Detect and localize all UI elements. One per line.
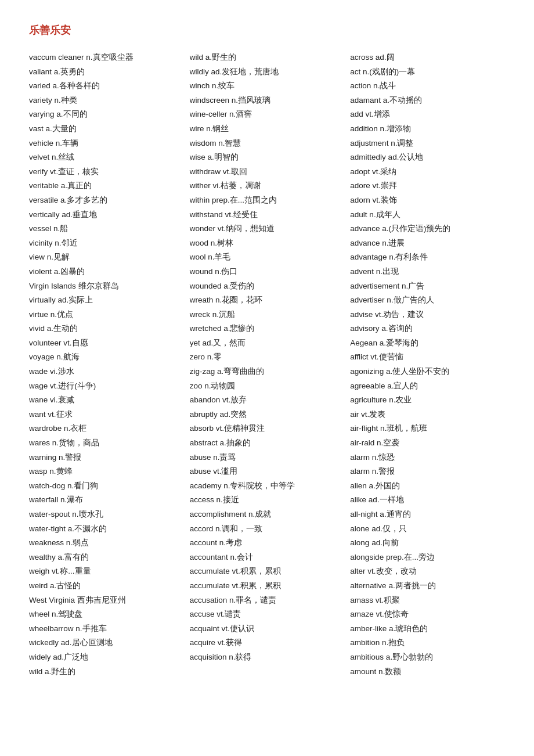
word-entry: wounded a.受伤的 (190, 280, 345, 293)
word-entry: act n.(戏剧的)一幕 (350, 66, 505, 78)
word-entry: alternative a.两者挑一的 (350, 579, 505, 592)
word-entry: adamant a.不动摇的 (350, 94, 505, 107)
word-entry: acquaint vt.使认识 (190, 622, 345, 635)
word-entry: warning n.警报 (29, 451, 184, 464)
column-1: vaccum cleaner n.真空吸尘器valiant a.英勇的varie… (29, 51, 190, 679)
word-entry: academy n.专科院校，中等学 (190, 480, 345, 492)
word-entry: ambition n.抱负 (350, 636, 505, 649)
word-entry: across ad.阔 (350, 51, 505, 64)
word-entry: Aegean a.爱琴海的 (350, 337, 505, 350)
word-entry: air-raid n.空袭 (350, 437, 505, 449)
word-entry: add vt.增添 (350, 108, 505, 121)
word-entry: advance n.进展 (350, 237, 505, 250)
word-entry: volunteer vt.自愿 (29, 337, 184, 350)
word-entry: zero n.零 (190, 351, 345, 363)
word-entry: versatile a.多才多艺的 (29, 194, 184, 207)
word-entry: vaccum cleaner n.真空吸尘器 (29, 51, 184, 64)
word-entry: wreath n.花圈，花环 (190, 294, 345, 307)
word-entry: varied a.各种各样的 (29, 80, 184, 92)
word-entry: account n.考虑 (190, 537, 345, 549)
word-entry: wickedly ad.居心叵测地 (29, 636, 184, 649)
word-entry: advertisement n.广告 (350, 280, 505, 293)
word-entry: wares n.货物，商品 (29, 437, 184, 449)
word-entry: wood n.树林 (190, 237, 345, 250)
word-entry: alike ad.一样地 (350, 494, 505, 506)
word-entry: accumulate vt.积累，累积 (190, 565, 345, 578)
word-entry: alone ad.仅，只 (350, 523, 505, 535)
word-entry: Virgin Islands 维尔京群岛 (29, 280, 184, 293)
word-entry: agriculture n.农业 (350, 394, 505, 406)
word-entry: vessel n.船 (29, 222, 184, 235)
word-entry: accord n.调和，一致 (190, 523, 345, 535)
word-entry: abruptly ad.突然 (190, 408, 345, 421)
word-entry: advance a.(只作定语)预先的 (350, 222, 505, 235)
word-entry: wheelbarrow n.手推车 (29, 622, 184, 635)
word-entry: agreeable a.宜人的 (350, 380, 505, 393)
word-entry: valiant a.英勇的 (29, 66, 184, 78)
word-entry: advantage n.有利条件 (350, 251, 505, 264)
word-entry: wretched a.悲惨的 (190, 322, 345, 335)
word-entry: wardrobe n.衣柜 (29, 422, 184, 435)
word-entry: voyage n.航海 (29, 351, 184, 363)
word-entry: amber-like a.琥珀色的 (350, 622, 505, 635)
word-entry: virtually ad.实际上 (29, 294, 184, 307)
word-entry: adult n.成年人 (350, 208, 505, 221)
word-entry: vehicle n.车辆 (29, 137, 184, 150)
word-entry: vicinity n.邻近 (29, 237, 184, 250)
word-entry: abstract a.抽象的 (190, 437, 345, 449)
word-entry: access n.接近 (190, 494, 345, 506)
word-entry: amass vt.积聚 (350, 594, 505, 607)
word-entry: weird a.古怪的 (29, 579, 184, 592)
word-entry: admittedly ad.公认地 (350, 151, 505, 164)
word-entry: advisory a.咨询的 (350, 322, 505, 335)
word-entry: acquisition n.获得 (190, 651, 345, 664)
word-entry: wisdom n.智慧 (190, 137, 345, 150)
word-entry: air vt.发表 (350, 408, 505, 421)
word-entry: amount n.数额 (350, 665, 505, 678)
word-entry: adore vt.崇拜 (350, 179, 505, 192)
word-entry: all-night a.通宵的 (350, 508, 505, 521)
page-title: 乐善乐安 (29, 23, 505, 37)
word-entry: winch n.绞车 (190, 80, 345, 92)
word-entry: veritable a.真正的 (29, 179, 184, 192)
word-entry: agonizing a.使人坐卧不安的 (350, 365, 505, 378)
word-entry: wire n.钢丝 (190, 123, 345, 135)
word-entry: variety n.种类 (29, 94, 184, 107)
word-entry: widely ad.广泛地 (29, 651, 184, 664)
word-entry: withstand vt.经受住 (190, 208, 345, 221)
word-entry: within prep.在...范围之内 (190, 194, 345, 207)
word-entry: adorn vt.装饰 (350, 194, 505, 207)
word-entry: acquire vt.获得 (190, 636, 345, 649)
word-entry: wool n.羊毛 (190, 251, 345, 264)
word-entry: alongside prep.在...旁边 (350, 551, 505, 564)
word-entry: wheel n.驾驶盘 (29, 608, 184, 621)
word-entry: wage vt.进行(斗争) (29, 380, 184, 393)
word-entry: alarm n.警报 (350, 465, 505, 478)
word-entry: watch-dog n.看门狗 (29, 480, 184, 492)
word-entry: abandon vt.放弃 (190, 394, 345, 406)
word-entry: yet ad.又，然而 (190, 337, 345, 350)
word-entry: alarm n.惊恐 (350, 451, 505, 464)
word-entry: wonder vt.纳闷，想知道 (190, 222, 345, 235)
word-entry: vertically ad.垂直地 (29, 208, 184, 221)
word-entry: afflict vt.使苦恼 (350, 351, 505, 363)
word-entry: weigh vt.称...重量 (29, 565, 184, 578)
word-entry: velvet n.丝绒 (29, 151, 184, 164)
word-entry: view n.见解 (29, 251, 184, 264)
word-entry: wild a.野生的 (29, 665, 184, 678)
word-entry: West Virginia 西弗吉尼亚州 (29, 594, 184, 607)
word-entry: abuse vt.滥用 (190, 465, 345, 478)
word-entry: amaze vt.使惊奇 (350, 608, 505, 621)
word-entry: accusation n.罪名，谴责 (190, 594, 345, 607)
word-entry: wane vi.衰减 (29, 394, 184, 406)
word-entry: wound n.伤口 (190, 265, 345, 278)
word-entry: advertiser n.做广告的人 (350, 294, 505, 307)
word-entry: adopt vt.采纳 (350, 165, 505, 178)
word-entry: waterfall n.瀑布 (29, 494, 184, 506)
word-entry: wealthy a.富有的 (29, 551, 184, 564)
word-entry: addition n.增添物 (350, 123, 505, 135)
word-entry: abuse n.责骂 (190, 451, 345, 464)
column-3: across ad.阔act n.(戏剧的)一幕action n.战斗adama… (350, 51, 505, 679)
word-entry: varying a.不同的 (29, 108, 184, 121)
word-entry: zig-zag a.弯弯曲曲的 (190, 365, 345, 378)
